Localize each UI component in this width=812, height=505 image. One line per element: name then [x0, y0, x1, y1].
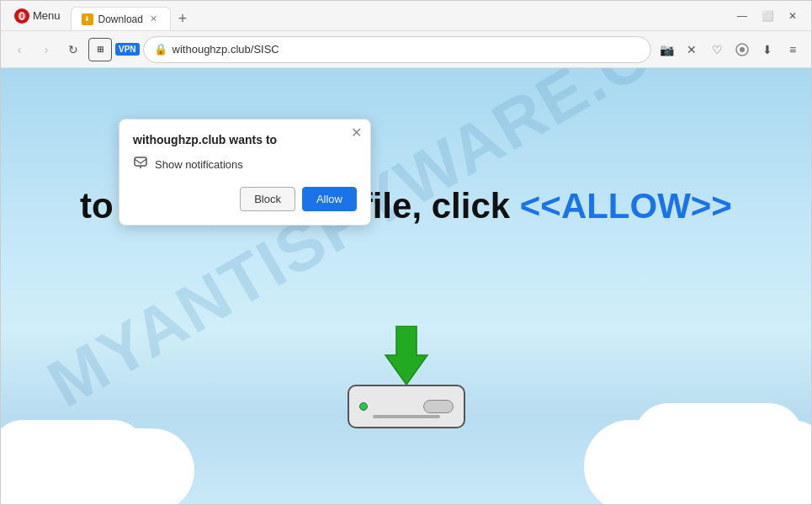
window-controls: — ⬜ ✕ [730, 4, 804, 28]
download-illustration [348, 326, 465, 428]
main-text-highlight: <<ALLOW>> [520, 186, 732, 226]
opera-logo [14, 8, 29, 24]
nav-actions: 📷 ✕ ♡ ⬇ ≡ [655, 38, 804, 61]
svg-marker-4 [385, 326, 427, 385]
hdd-led [359, 402, 368, 411]
minimize-button[interactable]: — [730, 4, 754, 28]
new-tab-button[interactable]: + [171, 7, 194, 30]
cloud-bottom-left-top [1, 420, 144, 479]
svg-point-3 [740, 47, 745, 52]
clear-button[interactable]: ✕ [680, 38, 703, 61]
tab-close-button[interactable]: ✕ [148, 13, 160, 25]
lock-icon: 🔒 [154, 43, 167, 56]
tab-favicon: ⬇ [82, 13, 93, 25]
tabs-button[interactable]: ⊞ [88, 38, 112, 61]
vpn-badge[interactable]: VPN [115, 43, 140, 56]
address-bar[interactable]: 🔒 withoughzp.club/SISC [143, 36, 651, 63]
hdd-illustration [348, 385, 465, 428]
heart-button[interactable]: ♡ [705, 38, 729, 61]
title-bar: ⬇ Menu ⬇ Download ✕ + — ⬜ ✕ [1, 1, 811, 31]
hdd-slot [373, 415, 440, 418]
popup-notification-row: Show notifications [133, 155, 357, 173]
forward-button[interactable]: › [34, 38, 58, 61]
download-nav-button[interactable]: ⬇ [756, 38, 779, 61]
cloud-bottom-right-top [634, 403, 803, 470]
camera-button[interactable]: 📷 [655, 38, 678, 61]
svg-rect-5 [135, 157, 146, 166]
menu-text: Menu [33, 9, 61, 22]
notification-label: Show notifications [155, 158, 243, 171]
opera-menu[interactable]: ⬇ Menu [8, 5, 67, 27]
tab-bar: ⬇ Download ✕ + [71, 1, 727, 30]
settings-button[interactable]: ≡ [781, 38, 804, 61]
allow-button[interactable]: Allow [302, 187, 357, 211]
popup-title: withoughzp.club wants to [133, 133, 357, 146]
tab-label: Download [98, 13, 143, 25]
close-button[interactable]: ✕ [781, 4, 804, 28]
navigation-bar: ‹ › ↻ ⊞ VPN 🔒 withoughzp.club/SISC 📷 ✕ ♡… [1, 31, 811, 68]
hdd-slider [423, 400, 454, 413]
notification-icon [133, 155, 148, 173]
browser-tab[interactable]: ⬇ Download ✕ [71, 7, 171, 30]
browser-window: ⬇ Menu ⬇ Download ✕ + — ⬜ ✕ ‹ › ↻ ⊞ VPN … [0, 0, 812, 505]
download-arrow-icon [381, 326, 432, 385]
address-text: withoughzp.club/SISC [172, 43, 640, 56]
popup-close-button[interactable]: ✕ [351, 126, 362, 140]
block-button[interactable]: Block [240, 187, 295, 211]
notification-popup: ✕ withoughzp.club wants to Show notifica… [119, 119, 371, 226]
popup-buttons: Block Allow [133, 187, 357, 211]
reload-button[interactable]: ↻ [61, 38, 85, 61]
browser-content: MYANTISPYWARE.COM to download the file, … [1, 68, 811, 504]
extensions-button[interactable] [730, 38, 754, 61]
back-button[interactable]: ‹ [8, 38, 31, 61]
maximize-button[interactable]: ⬜ [756, 4, 779, 28]
